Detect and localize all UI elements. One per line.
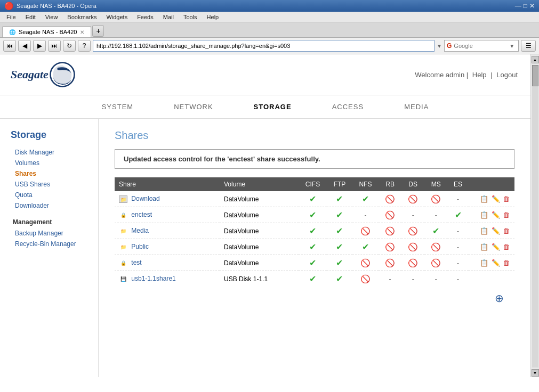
search-dropdown[interactable]: ▼ (509, 43, 514, 49)
sidebar-item-quota[interactable]: Quota (11, 190, 93, 200)
share-rb-usb: - (379, 271, 401, 287)
menu-edit[interactable]: Edit (21, 13, 40, 21)
menu-feeds[interactable]: Feeds (133, 13, 158, 21)
help-nav-button[interactable]: ? (78, 40, 91, 52)
share-link-public[interactable]: Public (131, 243, 149, 250)
share-volume-public: DataVolume (220, 239, 299, 255)
copy-icon-download[interactable]: 📋 (480, 195, 488, 203)
menu-help[interactable]: Help (203, 13, 223, 21)
nav-system[interactable]: SYSTEM (98, 101, 138, 113)
share-rb-media: 🚫 (379, 223, 401, 239)
edit-icon-test[interactable]: ✏️ (492, 259, 500, 267)
edit-icon-public[interactable]: ✏️ (492, 243, 500, 251)
share-ftp-public: ✔ (327, 239, 352, 255)
share-ftp-media: ✔ (327, 223, 352, 239)
reload-button[interactable]: ↻ (63, 40, 76, 52)
table-row: 📁 Download DataVolume ✔ ✔ ✔ 🚫 🚫 🚫 - (115, 191, 514, 207)
address-dropdown[interactable]: ▼ (437, 43, 442, 49)
copy-icon-enctest[interactable]: 📋 (480, 211, 488, 219)
share-es-media: - (447, 223, 468, 239)
edit-icon-enctest[interactable]: ✏️ (492, 211, 500, 219)
delete-icon-test[interactable]: 🗑 (503, 259, 510, 267)
success-message: Updated access control for the 'enctest'… (115, 149, 514, 169)
browser-tab-active[interactable]: 🌐 Seagate NAS - BA420 ✕ (2, 26, 91, 37)
share-ds-usb: - (401, 271, 424, 287)
delete-icon-media[interactable]: 🗑 (503, 227, 510, 235)
share-volume-test: DataVolume (220, 255, 299, 271)
scroll-down-button[interactable]: ▼ (532, 369, 539, 377)
col-actions (469, 177, 514, 191)
window-controls[interactable]: — □ ✕ (515, 2, 535, 10)
share-volume-usb: USB Disk 1-1.1 (220, 271, 299, 287)
share-cifs-test: ✔ (299, 255, 327, 271)
share-ftp-usb: ✔ (327, 271, 352, 287)
scroll-thumb[interactable] (532, 65, 538, 86)
sidebar-item-downloader[interactable]: Downloader (11, 200, 93, 211)
share-icon-usb: 💾 (119, 275, 127, 283)
tab-label: Seagate NAS - BA420 (19, 29, 77, 35)
search-container: G ▼ (444, 40, 519, 52)
share-ms-download: 🚫 (424, 191, 447, 207)
browser-menu-button[interactable]: ☰ (521, 40, 536, 52)
share-es-public: - (447, 239, 468, 255)
back-button[interactable]: ◀ (18, 40, 31, 52)
sidebar-item-backup-manager[interactable]: Backup Manager (11, 228, 93, 239)
nav-network[interactable]: NETWORK (170, 101, 217, 113)
share-icon-download: 📁 (119, 195, 127, 203)
add-share-button[interactable]: ⊕ (495, 292, 504, 304)
share-link-media[interactable]: Media (131, 227, 149, 234)
edit-icon-download[interactable]: ✏️ (492, 195, 500, 203)
share-link-download[interactable]: Download (131, 195, 159, 202)
share-ftp-download: ✔ (327, 191, 352, 207)
delete-icon-public[interactable]: 🗑 (503, 243, 510, 251)
page-scrollbar[interactable]: ▲ ▼ (530, 54, 539, 377)
share-link-enctest[interactable]: enctest (131, 211, 152, 218)
table-row: 🔒 enctest DataVolume ✔ ✔ - 🚫 - - ✔ (115, 207, 514, 223)
sidebar-item-usb-shares[interactable]: USB Shares (11, 179, 93, 190)
search-input[interactable] (454, 43, 507, 49)
header-links: Welcome admin | Help | Logout (415, 71, 520, 79)
sidebar-item-volumes[interactable]: Volumes (11, 158, 93, 168)
browser-icon: 🔴 (4, 2, 13, 10)
sidebar-item-disk-manager[interactable]: Disk Manager (11, 147, 93, 158)
col-nfs: NFS (352, 177, 379, 191)
delete-icon-download[interactable]: 🗑 (503, 195, 510, 203)
content-area: Shares Updated access control for the 'e… (99, 119, 530, 377)
share-name-enctest: 🔒 enctest (115, 207, 220, 223)
share-name-public: 📁 Public (115, 239, 220, 255)
scroll-track[interactable] (532, 65, 538, 368)
help-link[interactable]: Help (472, 71, 487, 79)
nav-storage[interactable]: STORAGE (250, 101, 296, 113)
forward-button[interactable]: ▶ (33, 40, 46, 52)
share-es-enctest: ✔ (447, 207, 468, 223)
table-row: 📁 Public DataVolume ✔ ✔ ✔ 🚫 🚫 🚫 - (115, 239, 514, 255)
menu-view[interactable]: View (41, 13, 62, 21)
copy-icon-media[interactable]: 📋 (480, 227, 488, 235)
share-es-download: - (447, 191, 468, 207)
logout-link[interactable]: Logout (496, 71, 518, 79)
nav-access[interactable]: ACCESS (328, 101, 368, 113)
menu-widgets[interactable]: Widgets (102, 13, 132, 21)
fast-forward-button[interactable]: ⏭ (48, 40, 61, 52)
share-ms-usb: - (424, 271, 447, 287)
delete-icon-enctest[interactable]: 🗑 (503, 211, 510, 219)
menu-file[interactable]: File (2, 13, 20, 21)
menu-mail[interactable]: Mail (159, 13, 178, 21)
menu-tools[interactable]: Tools (179, 13, 202, 21)
tab-close[interactable]: ✕ (80, 29, 84, 35)
sidebar-item-recycle-bin-manager[interactable]: Recycle-Bin Manager (11, 239, 93, 249)
share-link-usb[interactable]: usb1-1.1share1 (131, 275, 175, 282)
share-actions-test: 📋 ✏️ 🗑 (469, 255, 514, 271)
share-link-test[interactable]: test (131, 259, 141, 266)
address-input[interactable] (93, 40, 435, 52)
copy-icon-public[interactable]: 📋 (480, 243, 488, 251)
scroll-up-button[interactable]: ▲ (532, 56, 539, 63)
new-tab-button[interactable]: + (92, 25, 104, 37)
sidebar-item-shares[interactable]: Shares (11, 168, 93, 179)
share-icon-enctest: 🔒 (119, 211, 127, 219)
copy-icon-test[interactable]: 📋 (480, 259, 488, 267)
fast-back-button[interactable]: ⏮ (3, 40, 16, 52)
edit-icon-media[interactable]: ✏️ (492, 227, 500, 235)
menu-bookmarks[interactable]: Bookmarks (63, 13, 101, 21)
nav-media[interactable]: MEDIA (400, 101, 433, 113)
